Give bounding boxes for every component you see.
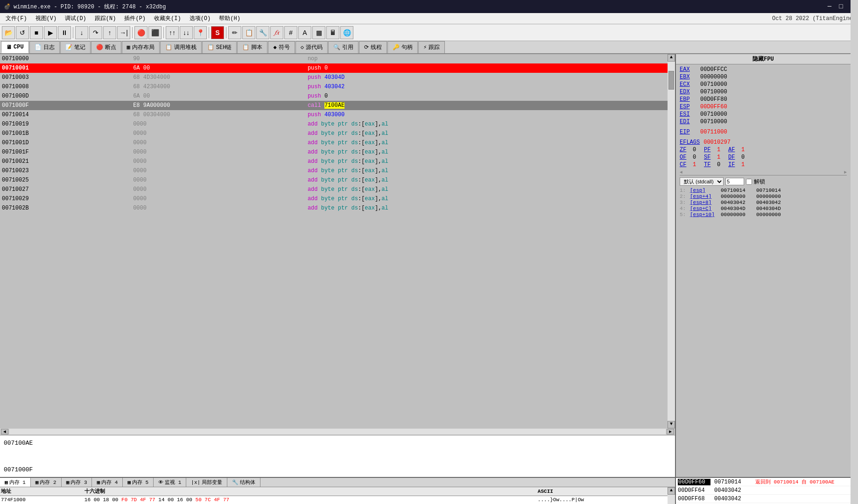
toolbar-hash[interactable]: #	[284, 26, 297, 39]
tab-breakpoints[interactable]: 🔴 断点	[91, 41, 121, 53]
toolbar-runto[interactable]: →|	[117, 26, 130, 39]
toolbar-decompile[interactable]: 𝑓𝑥	[270, 26, 283, 39]
maximize-button[interactable]: □	[839, 3, 843, 11]
toolbar-up[interactable]: ↑↑	[166, 26, 179, 39]
tab-notes[interactable]: 📝 笔记	[60, 41, 91, 53]
toolbar-stepover[interactable]: ↷	[89, 26, 102, 39]
menu-options[interactable]: 选项(O)	[186, 14, 215, 23]
disasm-row[interactable]: 0071001F0000add byte ptr ds:[eax],al	[0, 147, 668, 157]
sf-name[interactable]: SF	[704, 154, 713, 161]
disasm-row[interactable]: 0071002B0000add byte ptr ds:[eax],al	[0, 203, 668, 213]
stack-right-row[interactable]: 00D0FF6400403042	[676, 486, 858, 495]
tab-cpu[interactable]: 🖥 CPU	[1, 41, 29, 53]
toolbar-bp[interactable]: 🔴	[134, 26, 148, 39]
toolbar-edit[interactable]: ✏	[228, 26, 241, 39]
disasm-row[interactable]: 0071000368 4D304000push 40304D	[0, 73, 668, 82]
zf-name[interactable]: ZF	[680, 147, 689, 153]
disasm-row[interactable]: 0071000D6A 00push 0	[0, 91, 668, 101]
disasm-row[interactable]: 007100290000add byte ptr ds:[eax],al	[0, 194, 668, 203]
toolbar-calc[interactable]: 🖩	[326, 26, 339, 39]
tab-memory-layout[interactable]: ▦ 内存布局	[122, 41, 160, 53]
toolbar-run[interactable]: ▶	[44, 26, 57, 39]
mem-tab-3[interactable]: ▦ 内存 3	[62, 478, 92, 487]
disasm-row[interactable]: 0071001D0000add byte ptr ds:[eax],al	[0, 138, 668, 147]
mem-tab-1[interactable]: ▦ 内存 1	[0, 478, 31, 487]
eflags-name[interactable]: EFLAGS	[680, 139, 700, 146]
toolbar-stepinto[interactable]: ↓	[75, 26, 88, 39]
stack-right-scrollbar[interactable]	[851, 478, 858, 504]
stack-call-reg[interactable]: [esp]	[690, 188, 718, 193]
toolbar-font[interactable]: A	[298, 26, 311, 39]
pf-name[interactable]: PF	[704, 147, 713, 153]
reg-name[interactable]: EAX	[680, 66, 696, 73]
toolbar-open[interactable]: 📂	[2, 26, 15, 39]
reg-name[interactable]: EDX	[680, 89, 696, 95]
mem-tab-5[interactable]: ▦ 内存 5	[123, 478, 154, 487]
toolbar-stop[interactable]: ■	[30, 26, 43, 39]
disasm-row[interactable]: 0071000FE8 9A000000call 7100AE	[0, 101, 668, 110]
toolbar-stepout[interactable]: ↑	[103, 26, 116, 39]
tab-refs[interactable]: 🔍 引用	[328, 41, 359, 53]
disasm-row[interactable]: 0071000090nop	[0, 54, 668, 63]
hscroll-track[interactable]	[9, 429, 666, 434]
reg-name[interactable]: EDI	[680, 119, 696, 125]
stack-call-reg[interactable]: [esp+8]	[690, 200, 718, 205]
menu-trace[interactable]: 跟踪(N)	[91, 14, 120, 23]
minimize-button[interactable]: ─	[828, 3, 831, 11]
toolbar-hw[interactable]: ⬛	[148, 26, 162, 39]
tab-symbols[interactable]: ◆ 符号	[268, 41, 295, 53]
disasm-row[interactable]: 007100250000add byte ptr ds:[eax],al	[0, 175, 668, 185]
disasm-scrollbar[interactable]: ▲ ▼	[668, 54, 675, 428]
toolbar-net[interactable]: 🌐	[340, 26, 353, 39]
mem-tab-locals[interactable]: |x| 局部变量	[186, 478, 227, 487]
hscroll-right[interactable]: ►	[667, 429, 674, 434]
menu-favorites[interactable]: 收藏夹(I)	[150, 14, 185, 23]
toolbar-down[interactable]: ↓↓	[180, 26, 193, 39]
tab-trace[interactable]: ⚡ 跟踪	[418, 41, 445, 53]
df-name[interactable]: DF	[728, 154, 738, 161]
scroll-up-btn[interactable]: ▲	[668, 54, 675, 62]
menu-file[interactable]: 文件(F)	[2, 14, 31, 23]
toolbar-restart[interactable]: ↺	[16, 26, 29, 39]
disasm-row[interactable]: 0071000868 42304000push 403042	[0, 82, 668, 91]
reg-name[interactable]: EBX	[680, 74, 696, 80]
menu-view[interactable]: 视图(V)	[32, 14, 61, 23]
menu-debug[interactable]: 调试(D)	[61, 14, 90, 23]
mem-tab-4[interactable]: ▦ 内存 4	[92, 478, 123, 487]
disasm-row[interactable]: 0071001B0000add byte ptr ds:[eax],al	[0, 129, 668, 138]
of-name[interactable]: OF	[680, 154, 689, 161]
mem-tab-struct[interactable]: 🔧 结构体	[227, 478, 260, 487]
disasm-row[interactable]: 007100230000add byte ptr ds:[eax],al	[0, 166, 668, 175]
cf-name[interactable]: CF	[680, 161, 689, 168]
scroll-thumb[interactable]	[668, 71, 674, 90]
menu-plugins[interactable]: 插件(P)	[120, 14, 149, 23]
stack-right-row[interactable]: 00D0FF6000710014返回到 00710014 自 007100AE	[676, 478, 858, 486]
af-name[interactable]: AF	[728, 147, 738, 153]
stack-call-reg[interactable]: [esp+C]	[690, 206, 718, 211]
mem-tab-watch[interactable]: 👁 监视 1	[154, 478, 186, 487]
disasm-row[interactable]: 007100190000add byte ptr ds:[eax],al	[0, 119, 668, 129]
if-name[interactable]: IF	[728, 161, 738, 168]
tab-callstack[interactable]: 📋 调用堆栈	[160, 41, 202, 53]
reg-name[interactable]: ECX	[680, 81, 696, 88]
toolbar-mem[interactable]: ▦	[312, 26, 325, 39]
tf-name[interactable]: TF	[704, 161, 713, 168]
disasm-row[interactable]: 007100210000add byte ptr ds:[eax],al	[0, 157, 668, 166]
tab-script[interactable]: 📋 脚本	[237, 41, 267, 53]
eip-name[interactable]: EIP	[680, 129, 696, 135]
tab-threads[interactable]: ⟳ 线程	[359, 41, 387, 53]
unlock-checkbox[interactable]	[746, 179, 752, 185]
toolbar-pause[interactable]: ⏸	[58, 26, 71, 39]
reg-name[interactable]: ESI	[680, 111, 696, 118]
menu-help[interactable]: 帮助(H)	[215, 14, 244, 23]
calling-convention-select[interactable]: 默认 (stdcall)	[680, 177, 724, 186]
stack-count-spinner[interactable]	[725, 178, 744, 185]
stack-call-reg[interactable]: [esp+4]	[690, 194, 718, 199]
stack-right-row[interactable]: 00D0FF6800403042	[676, 495, 858, 503]
mem-tab-2[interactable]: ▦ 内存 2	[31, 478, 62, 487]
toolbar-s[interactable]: S	[211, 26, 224, 39]
reg-name[interactable]: ESP	[680, 104, 696, 110]
disasm-row[interactable]: 007100016A 00push 0	[0, 63, 668, 73]
tab-log[interactable]: 📄 日志	[29, 41, 60, 53]
disasm-row[interactable]: 0071001468 00304000push 403000	[0, 110, 668, 119]
